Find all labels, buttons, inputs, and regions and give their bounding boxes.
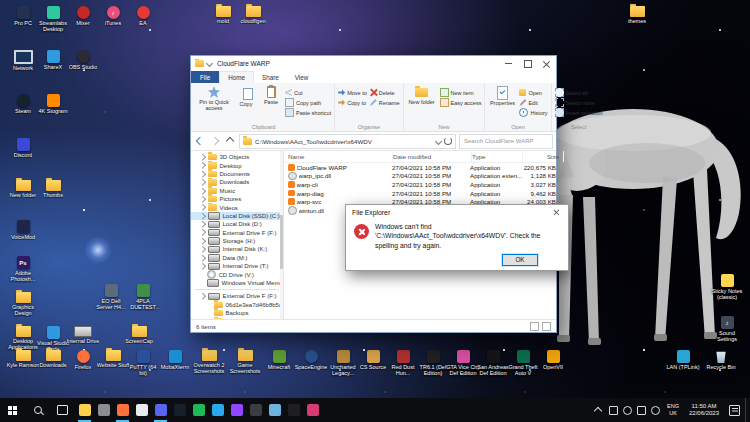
tab-home[interactable]: Home <box>219 71 254 83</box>
file-row-warp-ipc-dll[interactable]: warp_ipc.dll27/04/2021 10:58 PMApplicati… <box>284 172 556 181</box>
properties-button[interactable]: Properties <box>488 84 516 106</box>
dialog-close-button[interactable] <box>544 205 568 219</box>
onedrive-icon[interactable] <box>609 406 618 415</box>
desktop-icon-lan-tplink[interactable]: LAN (TPLink) <box>666 350 700 370</box>
column-header-type[interactable]: Type <box>472 151 523 162</box>
desktop-icon-overwatch-2-screenshots[interactable]: Overwatch 2 Screenshots <box>192 350 226 375</box>
file-row-cloudflare-warp[interactable]: CloudFlare WARP27/04/2021 10:58 PMApplic… <box>284 163 556 172</box>
desktop-icon-4k-stogram[interactable]: 4K Stogram <box>36 94 70 114</box>
sidebar-item-internal-drive-t[interactable]: Internal Drive (T:) <box>191 262 283 270</box>
sidebar-item-external-drive-f-f[interactable]: External Drive F (F:) <box>191 292 283 300</box>
desktop-icon-recycle-bin[interactable]: Recycle Bin <box>704 350 738 370</box>
desktop-icon-grand-theft-auto-v[interactable]: Grand Theft Auto V <box>506 350 540 377</box>
tab-share[interactable]: Share <box>254 71 287 83</box>
refresh-icon[interactable] <box>444 137 452 145</box>
desktop-icon-obs-studio[interactable]: OBS Studio <box>66 50 100 70</box>
maximize-button[interactable] <box>518 56 537 71</box>
desktop-icon-game-screenshots[interactable]: Game Screenshots <box>228 350 262 375</box>
volume-icon[interactable] <box>623 406 632 415</box>
search-input[interactable] <box>462 137 550 145</box>
paste-shortcut-button[interactable]: Paste shortcut <box>285 108 331 117</box>
desktop-icon-discord[interactable]: Discord <box>6 138 40 158</box>
taskbar-app-paint[interactable] <box>303 398 322 422</box>
taskbar-app-notepad[interactable] <box>265 398 284 422</box>
taskbar-app-firefox[interactable] <box>113 398 132 422</box>
sidebar-item-cd-drive-v[interactable]: CD Drive (V:) <box>191 270 283 278</box>
desktop-icon-steam[interactable]: Steam <box>6 94 40 114</box>
select-all-button[interactable]: Select all <box>555 88 603 97</box>
desktop-icon-firefox[interactable]: Firefox <box>66 350 100 370</box>
ok-button[interactable]: OK <box>502 254 538 266</box>
desktop-icon-cloudflgen[interactable]: cloudflgen <box>236 6 270 24</box>
desktop-icon-new-folder[interactable]: New folder <box>6 180 40 198</box>
desktop-icon-tr6-1-def-edition[interactable]: TR6.1 (Def Edition) <box>416 350 450 377</box>
sidebar-item-documents[interactable]: Documents <box>191 170 283 178</box>
cut-button[interactable]: Cut <box>285 88 331 97</box>
taskbar-search-button[interactable] <box>25 398 50 422</box>
address-dropdown-icon[interactable] <box>435 137 442 144</box>
sidebar-item-desktop[interactable]: Desktop <box>191 161 283 169</box>
sidebar-item-pictures[interactable]: Pictures <box>191 195 283 203</box>
security-icon[interactable] <box>651 406 660 415</box>
desktop-icon-desktop-applications[interactable]: Desktop Applications <box>6 326 40 351</box>
tab-view[interactable]: View <box>287 71 317 83</box>
quick-access-toolbar-chevron-icon[interactable] <box>206 60 213 67</box>
new-folder-button[interactable]: New folder <box>407 84 437 105</box>
select-none-button[interactable]: Select none <box>555 98 603 107</box>
close-button[interactable] <box>537 56 556 71</box>
delete-button[interactable]: Delete <box>370 88 400 97</box>
taskbar-app-telegram[interactable] <box>208 398 227 422</box>
details-view-icon[interactable] <box>530 322 539 331</box>
minimize-button[interactable] <box>499 56 518 71</box>
clock[interactable]: 11:50 AM 22/06/2023 <box>684 403 724 418</box>
rename-button[interactable]: Rename <box>370 98 400 107</box>
desktop-icon-kyle-ramson[interactable]: Kyle Ramson <box>6 350 40 368</box>
taskbar-app-discord[interactable] <box>151 398 170 422</box>
explorer-titlebar[interactable]: CloudFlare WARP <box>191 56 556 71</box>
desktop-icon-4pla-duetest-vps[interactable]: 4PLA DUETEST VPS <box>126 284 160 311</box>
desktop-icon-downloads[interactable]: Downloads <box>36 350 70 368</box>
sidebar-scrollbar-thumb[interactable] <box>280 215 283 269</box>
desktop-icon-putty-64-bit[interactable]: PuTTY (64 bit) <box>126 350 160 377</box>
desktop-icon-sound-settings[interactable]: ♪Sound Settings <box>710 316 744 343</box>
sidebar-item-local-disk-ssd-c[interactable]: Local Disk (SSD) (C:) <box>191 212 283 220</box>
taskbar-app-steam[interactable] <box>170 398 189 422</box>
taskbar-app-terminal[interactable] <box>284 398 303 422</box>
copy-path-button[interactable]: Copy path <box>285 98 331 107</box>
open-button[interactable]: Open <box>519 88 547 97</box>
sidebar-item-windows-virtual-memory[interactable]: Windows Virtual Memory <box>191 279 283 287</box>
column-header-name[interactable]: Name <box>288 151 393 162</box>
sidebar-item-external-drive-f-f[interactable]: External Drive F (F:) <box>191 229 283 237</box>
desktop-icon-website-stuff[interactable]: Website Stuff <box>96 350 130 368</box>
dialog-titlebar[interactable]: File Explorer <box>346 205 568 219</box>
up-button[interactable] <box>224 135 236 147</box>
desktop-icon-red-dust-hun[interactable]: Red Dust Hun... <box>386 350 420 377</box>
address-box[interactable]: C:\Windows\AAct_Tool\wdcdriver\x64WDV <box>239 134 456 149</box>
taskbar-app-twitch[interactable] <box>227 398 246 422</box>
desktop-icon-internal-drive[interactable]: Internal Drive <box>66 326 100 344</box>
desktop-icon-sharex[interactable]: ShareX <box>36 50 70 70</box>
desktop-icon-mixer[interactable]: Mixer <box>66 6 100 26</box>
taskbar-app-obs[interactable] <box>246 398 265 422</box>
language-indicator[interactable]: ENG UK <box>662 403 684 417</box>
desktop-icon-gta-vice-city-def-edition[interactable]: GTA Vice City Def Edition <box>446 350 480 377</box>
sidebar-item-internal-disk-k[interactable]: Internal Disk (K:) <box>191 245 283 253</box>
sidebar-item-music[interactable]: Music <box>191 187 283 195</box>
sidebar-item-3d-objects[interactable]: 3D Objects <box>191 153 283 161</box>
easy-access-button[interactable]: Easy access <box>440 98 482 107</box>
file-row-warp-diag[interactable]: warp-diag27/04/2021 10:58 PMApplication9… <box>284 189 556 198</box>
copy-to-button[interactable]: Copy to <box>338 98 367 107</box>
history-button[interactable]: History <box>519 108 547 117</box>
copy-button[interactable]: Copy <box>235 84 257 107</box>
desktop-icon-minecraft[interactable]: Minecraft <box>262 350 296 370</box>
desktop-icon-streamlabs-desktop[interactable]: Streamlabs Desktop <box>36 6 70 33</box>
search-box[interactable] <box>459 134 553 149</box>
tray-overflow-chevron-icon[interactable] <box>594 407 602 415</box>
column-header-size[interactable]: Size <box>523 151 564 162</box>
desktop-icon-cs-source[interactable]: CS Source <box>356 350 390 370</box>
new-item-button[interactable]: New item <box>440 88 482 97</box>
file-row-warp-cli[interactable]: warp-cli27/04/2021 10:58 PMApplication3,… <box>284 180 556 189</box>
desktop-icon-pro-pc[interactable]: Pro PC <box>6 6 40 26</box>
back-button[interactable] <box>194 135 206 147</box>
pin-to-quick-access-button[interactable]: Pin to Quick access <box>196 84 232 111</box>
